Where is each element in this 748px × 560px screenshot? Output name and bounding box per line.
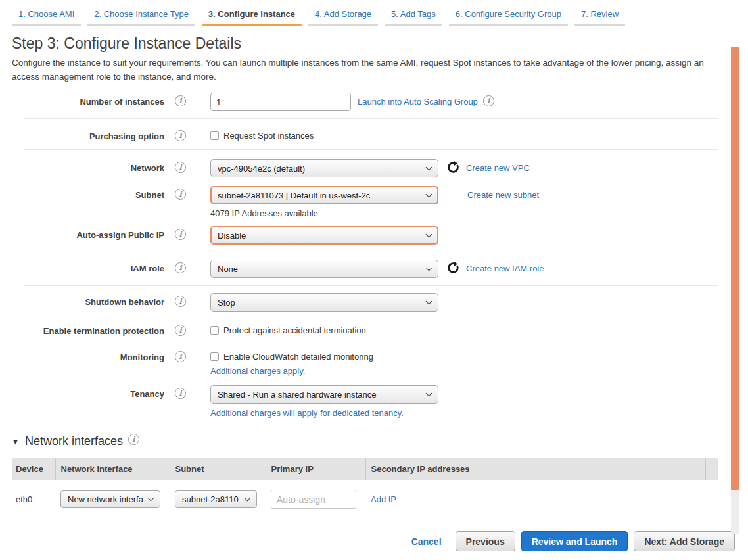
row-network-interface-value: New network interfa [68, 494, 149, 504]
column-header-empty [705, 458, 718, 480]
column-header-network-interface: Network Interface [55, 458, 170, 480]
tenancy-additional-charges-link[interactable]: Additional charges will apply for dedica… [210, 408, 404, 418]
chevron-down-icon [148, 495, 154, 502]
network-select-value: vpc-49054e2c (default) [218, 164, 427, 174]
chevron-down-icon [426, 231, 432, 237]
iam-role-select[interactable]: None [210, 260, 438, 278]
tab-add-tags[interactable]: 5. Add Tags [385, 6, 442, 26]
row-subnet-value: subnet-2a8110 [182, 494, 245, 504]
row-subnet-select[interactable]: subnet-2a8110 [175, 490, 257, 508]
iam-role-label: IAM role [0, 260, 164, 274]
column-header-primary-ip: Primary IP [266, 458, 365, 480]
divider [24, 252, 718, 252]
tab-configure-instance[interactable]: 3. Configure Instance [202, 6, 302, 26]
info-icon[interactable]: i [175, 388, 186, 399]
monitoring-additional-charges-link[interactable]: Additional charges apply. [210, 366, 305, 376]
subnet-select[interactable]: subnet-2a811073 | Default in us-west-2c [210, 186, 438, 204]
row-network-interface-select[interactable]: New network interfa [60, 490, 160, 508]
divider [24, 149, 718, 150]
chevron-down-icon [426, 390, 432, 396]
tab-add-storage[interactable]: 4. Add Storage [308, 6, 378, 26]
tab-configure-security-group[interactable]: 6. Configure Security Group [449, 6, 568, 26]
scrollbar-track[interactable] [731, 47, 739, 534]
review-and-launch-button[interactable]: Review and Launch [521, 531, 628, 551]
request-spot-instances-checkbox[interactable] [210, 131, 219, 140]
device-cell: eth0 [12, 480, 55, 519]
iam-role-value: None [218, 264, 427, 274]
network-interfaces-title: Network interfaces [25, 434, 123, 448]
page-description: Configure the instance to suit your requ… [12, 56, 718, 83]
shutdown-behavior-value: Stop [218, 298, 427, 308]
row-network: Network i vpc-49054e2c (default) Create … [0, 159, 718, 177]
create-new-iam-role-link[interactable]: Create new IAM role [466, 260, 544, 273]
termination-protection-checkbox[interactable] [210, 326, 219, 335]
monitoring-label: Monitoring [0, 347, 164, 363]
chevron-down-icon [426, 264, 432, 271]
auto-assign-public-ip-label: Auto-assign Public IP [0, 226, 164, 241]
auto-assign-public-ip-select[interactable]: Disable [210, 226, 438, 245]
launch-into-auto-scaling-group-link[interactable]: Launch into Auto Scaling Group [358, 93, 478, 106]
next-add-storage-button[interactable]: Next: Add Storage [634, 531, 735, 551]
termination-protection-label: Enable termination protection [0, 321, 164, 337]
tab-review[interactable]: 7. Review [574, 6, 625, 26]
row-purchasing-option: Purchasing option i Request Spot instanc… [0, 126, 718, 142]
number-of-instances-input[interactable] [210, 93, 351, 111]
info-icon[interactable]: i [175, 325, 186, 336]
network-select[interactable]: vpc-49054e2c (default) [210, 159, 438, 177]
shutdown-behavior-label: Shutdown behavior [0, 293, 164, 308]
chevron-down-icon [245, 495, 251, 502]
info-icon[interactable]: i [175, 130, 186, 141]
info-icon[interactable]: i [175, 262, 186, 273]
info-icon[interactable]: i [175, 95, 186, 106]
tenancy-select[interactable]: Shared - Run a shared hardware instance [210, 385, 438, 404]
row-termination-protection: Enable termination protection i Protect … [0, 321, 718, 337]
row-number-of-instances: Number of instances i Launch into Auto S… [0, 93, 718, 111]
auto-assign-public-ip-value: Disable [218, 231, 427, 241]
info-icon[interactable]: i [128, 434, 139, 445]
refresh-icon[interactable] [447, 161, 459, 174]
previous-button[interactable]: Previous [456, 531, 515, 551]
configure-instance-form: Number of instances i Launch into Auto S… [0, 93, 718, 418]
chevron-down-icon [426, 191, 432, 197]
row-auto-assign-public-ip: Auto-assign Public IP i Disable [0, 226, 718, 245]
disclosure-triangle-icon[interactable]: ▼ [12, 438, 19, 446]
column-header-subnet: Subnet [170, 458, 266, 480]
request-spot-instances-label: Request Spot instances [223, 131, 314, 141]
table-row: eth0 New network interfa subnet-2a8110 A… [12, 480, 718, 519]
add-ip-link[interactable]: Add IP [371, 494, 396, 504]
cancel-link[interactable]: Cancel [411, 536, 442, 547]
row-subnet: Subnet i subnet-2a811073 | Default in us… [0, 186, 718, 218]
primary-ip-input[interactable] [271, 490, 356, 509]
subnet-label: Subnet [0, 186, 164, 200]
refresh-icon[interactable] [447, 262, 459, 274]
create-new-vpc-link[interactable]: Create new VPC [466, 159, 530, 173]
scrollbar-thumb[interactable] [731, 47, 739, 490]
subnet-select-value: subnet-2a811073 | Default in us-west-2c [218, 191, 427, 200]
info-icon[interactable]: i [483, 95, 494, 106]
purchasing-option-label: Purchasing option [0, 126, 164, 142]
monitoring-checkbox[interactable] [210, 352, 219, 361]
row-monitoring: Monitoring i Enable CloudWatch detailed … [0, 347, 718, 376]
info-icon[interactable]: i [175, 351, 186, 362]
network-interfaces-section-header: ▼ Network interfaces i [12, 434, 748, 449]
info-icon[interactable]: i [175, 296, 186, 307]
tab-choose-ami[interactable]: 1. Choose AMI [12, 6, 81, 26]
info-icon[interactable]: i [175, 162, 186, 173]
number-of-instances-label: Number of instances [0, 93, 164, 107]
column-header-device: Device [12, 458, 55, 480]
network-interfaces-table: Device Network Interface Subnet Primary … [12, 458, 718, 519]
chevron-down-icon [426, 164, 432, 170]
termination-protection-checkbox-label: Protect against accidental termination [223, 325, 366, 335]
shutdown-behavior-select[interactable]: Stop [210, 293, 438, 312]
info-icon[interactable]: i [175, 189, 186, 200]
subnet-ip-availability: 4079 IP Addresses available [210, 208, 438, 218]
column-header-secondary-ip: Secondary IP addresses [365, 458, 705, 480]
tenancy-value: Shared - Run a shared hardware instance [218, 390, 427, 400]
row-shutdown-behavior: Shutdown behavior i Stop [0, 293, 718, 312]
info-icon[interactable]: i [175, 229, 186, 240]
network-label: Network [0, 159, 164, 174]
create-new-subnet-link[interactable]: Create new subnet [467, 186, 539, 200]
tab-choose-instance-type[interactable]: 2. Choose Instance Type [87, 6, 195, 26]
divider [24, 285, 718, 286]
page-title: Step 3: Configure Instance Details [12, 34, 748, 53]
